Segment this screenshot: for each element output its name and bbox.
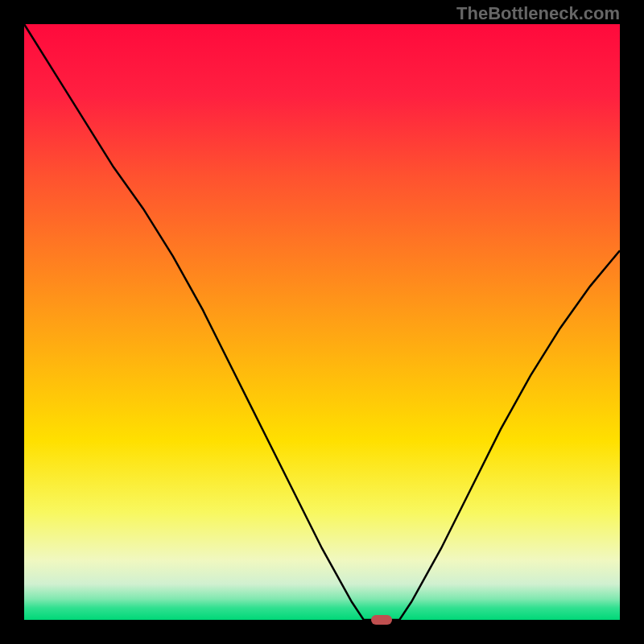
bottleneck-chart xyxy=(0,0,644,644)
watermark-text: TheBottleneck.com xyxy=(456,3,620,24)
optimal-marker xyxy=(371,615,392,625)
chart-container: TheBottleneck.com xyxy=(0,0,644,644)
chart-background xyxy=(24,24,620,620)
